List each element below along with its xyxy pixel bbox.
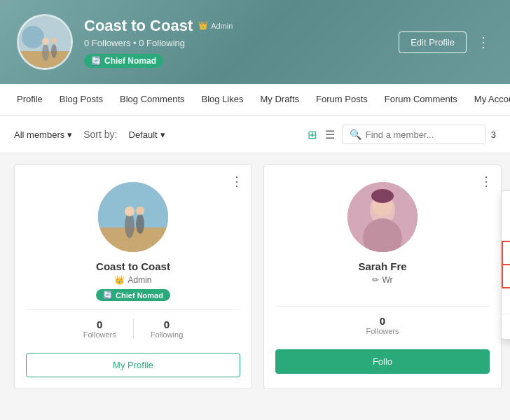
header-left: Coast to Coast 👑 Admin 0 Followers • 0 F… <box>17 14 233 70</box>
svg-point-5 <box>42 38 49 45</box>
grid-view-icon[interactable]: ⊞ <box>306 127 318 143</box>
profile-stats: 0 Followers • 0 Following <box>84 38 233 48</box>
svg-point-3 <box>42 44 49 61</box>
members-toolbar: All members ▾ Sort by: Default ▾ ⊞ ☰ 🔍 3 <box>0 116 510 153</box>
context-menu-delete-member[interactable]: Delete Member <box>502 265 510 288</box>
nav-blog-posts[interactable]: Blog Posts <box>51 84 111 115</box>
nav-my-drafts[interactable]: My Drafts <box>251 84 308 115</box>
context-menu-remove-writer[interactable]: ✏ Remove Writer <box>502 216 510 240</box>
svg-point-12 <box>125 206 135 216</box>
member-1-avatar <box>98 182 168 252</box>
header-right: Edit Profile ⋮ <box>399 31 493 53</box>
sort-label: Sort by: <box>83 129 117 140</box>
list-view-icon[interactable]: ☰ <box>324 127 336 143</box>
search-count: 3 <box>491 130 496 140</box>
search-box: 🔍 <box>342 125 485 144</box>
member-2-avatar <box>347 182 418 252</box>
admin-badge: 👑 Admin <box>198 21 233 30</box>
nav-forum-posts[interactable]: Forum Posts <box>308 84 376 115</box>
member-1-action-button[interactable]: My Profile <box>26 353 240 377</box>
svg-point-18 <box>371 189 394 203</box>
context-menu-assign-badges[interactable]: Assign Badges <box>502 314 510 339</box>
svg-point-2 <box>22 26 44 48</box>
nav-my-account[interactable]: My Account <box>466 84 510 115</box>
context-menu-view-contact[interactable]: View Contact <box>502 289 510 314</box>
all-members-filter[interactable]: All members ▾ <box>14 130 72 140</box>
member-card-2-dots[interactable]: ⋮ <box>480 174 492 189</box>
profile-name: Coast to Coast 👑 Admin <box>84 17 233 35</box>
nav-forum-comments[interactable]: Forum Comments <box>376 84 466 115</box>
toolbar-right: ⊞ ☰ 🔍 3 <box>306 125 496 144</box>
member-card-1-dots[interactable]: ⋮ <box>230 174 243 189</box>
member-1-followers: 0 Followers <box>67 318 134 339</box>
member-1-name: Coast to Coast <box>26 260 240 272</box>
toolbar-left: All members ▾ Sort by: Default ▾ <box>14 129 165 140</box>
context-menu-set-moderator[interactable]: ★ Set as Forum Moderator <box>502 191 510 216</box>
member-1-following: 0 Following <box>134 318 200 339</box>
search-icon: 🔍 <box>350 129 361 140</box>
context-menu: ★ Set as Forum Moderator ✏ Remove Writer… <box>501 190 510 340</box>
members-section: ⋮ Coast to Coast 👑 Admin 🔄 Chief Nomad 0 <box>0 153 510 400</box>
member-2-name: Sarah Fre <box>275 260 490 272</box>
sort-default-filter[interactable]: Default ▾ <box>129 130 165 140</box>
member-card-2: ⋮ ★ Set as Forum Moderator ✏ Remove Writ… <box>263 164 502 389</box>
nav-blog-likes[interactable]: Blog Likes <box>193 84 252 115</box>
member-2-role: ✏ Wr <box>275 275 490 285</box>
nomad-badge: 🔄 Chief Nomad <box>84 54 163 68</box>
edit-profile-button[interactable]: Edit Profile <box>399 31 467 53</box>
member-card-1: ⋮ Coast to Coast 👑 Admin 🔄 Chief Nomad 0 <box>14 164 252 389</box>
svg-point-10 <box>125 213 135 238</box>
member-2-stats: 0 Followers <box>275 306 490 335</box>
profile-nav: Profile Blog Posts Blog Comments Blog Li… <box>0 84 510 116</box>
header-more-button[interactable]: ⋮ <box>474 31 493 53</box>
svg-point-4 <box>51 44 57 58</box>
avatar <box>17 14 73 70</box>
svg-point-11 <box>136 214 144 234</box>
header-info: Coast to Coast 👑 Admin 0 Followers • 0 F… <box>84 17 233 68</box>
svg-point-6 <box>51 38 57 43</box>
nav-blog-comments[interactable]: Blog Comments <box>111 84 193 115</box>
member-1-badge: 🔄 Chief Nomad <box>96 289 170 301</box>
svg-point-13 <box>136 206 144 215</box>
member-1-stats: 0 Followers 0 Following <box>26 309 240 339</box>
nav-profile[interactable]: Profile <box>8 84 51 115</box>
member-2-action-button[interactable]: Follo <box>275 349 490 374</box>
search-input[interactable] <box>366 130 478 140</box>
member-1-role: 👑 Admin <box>26 275 240 285</box>
context-menu-block-member[interactable]: Block Member <box>502 241 510 265</box>
avatar-image <box>19 16 71 68</box>
member-2-followers: 0 Followers <box>349 315 415 335</box>
profile-header: Coast to Coast 👑 Admin 0 Followers • 0 F… <box>0 0 510 84</box>
